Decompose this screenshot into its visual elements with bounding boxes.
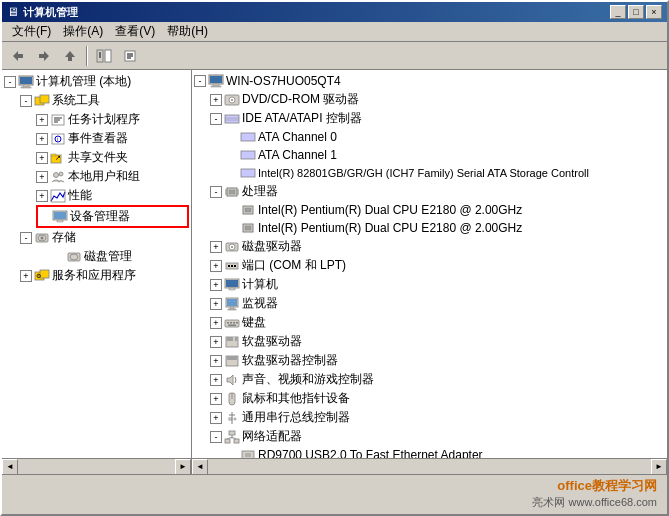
device-mgr-label: 设备管理器 [70,208,130,225]
menu-action[interactable]: 操作(A) [57,21,109,42]
right-item-port[interactable]: + 端口 (COM 和 LPT) [210,256,665,275]
diskdrv-expand[interactable]: + [210,241,222,253]
left-item-device-manager[interactable]: 设备管理器 [36,205,189,228]
svg-rect-4 [105,50,111,62]
right-item-processor[interactable]: - [210,182,665,201]
left-scroll-right[interactable]: ► [175,459,191,475]
show-hide-button[interactable] [92,45,116,67]
left-root-item[interactable]: - 计算机管理 (本地) [4,72,189,91]
floppy-label: 软盘驱动器 [242,333,302,350]
monitor-expand[interactable]: + [210,298,222,310]
cpu1-placeholder [226,222,238,234]
floppy-ctrl-expand[interactable]: + [210,355,222,367]
menu-file[interactable]: 文件(F) [6,21,57,42]
right-item-diskdrv[interactable]: + 磁盘驱动器 [210,237,665,256]
ide-expand[interactable]: - [210,113,222,125]
right-panel[interactable]: - WIN-OS7HUO05QT4 + [192,70,667,458]
dvd-expand[interactable]: + [210,94,222,106]
properties-button[interactable] [118,45,142,67]
right-root-item[interactable]: - WIN-OS7HUO05QT4 [194,72,665,90]
left-item-services[interactable]: + ⚙ 服务和应用程序 [20,266,189,285]
mouse-expand[interactable]: + [210,393,222,405]
left-item-event-viewer[interactable]: + i 事件查看器 [36,129,189,148]
event-expand[interactable]: + [36,133,48,145]
right-item-monitor[interactable]: + 监视器 [210,294,665,313]
left-scroll-track[interactable] [18,459,175,475]
title-bar-text: 计算机管理 [23,5,78,20]
share-expand[interactable]: + [36,152,48,164]
right-scroll-left[interactable]: ◄ [192,459,208,475]
back-button[interactable] [6,45,30,67]
right-item-cpu0[interactable]: Intel(R) Pentium(R) Dual CPU E2180 @ 2.0… [226,201,665,219]
ata1-icon [240,147,256,163]
minimize-button[interactable]: _ [610,5,626,19]
maximize-button[interactable]: □ [628,5,644,19]
left-scroll-left[interactable]: ◄ [2,459,18,475]
system-tools-expand[interactable]: - [20,95,32,107]
left-panel[interactable]: - 计算机管理 (本地) - [2,70,192,458]
left-scroll-bar: ◄ ► [2,459,192,475]
services-icon: ⚙ [34,268,50,284]
left-item-users[interactable]: + 本地用户和组 [36,167,189,186]
network-label: 网络适配器 [242,428,302,445]
svg-rect-73 [234,265,236,267]
close-button[interactable]: × [646,5,662,19]
left-item-storage[interactable]: - 存储 [20,228,189,247]
left-item-shared-folders[interactable]: + ↗ 共享文件夹 [36,148,189,167]
up-button[interactable] [58,45,82,67]
services-expand[interactable]: + [20,270,32,282]
title-bar-buttons: _ □ × [610,5,662,19]
right-root-icon [208,73,224,89]
disk-placeholder [52,251,64,263]
bottom-bar: office教程学习网 亮术网 www.office68.com [2,474,667,514]
perf-expand[interactable]: + [36,190,48,202]
forward-button[interactable] [32,45,56,67]
right-item-floppy[interactable]: + 软盘驱动器 [210,332,665,351]
storage-expand[interactable]: - [20,232,32,244]
storage-children: 磁盘管理 [20,247,189,266]
svg-rect-17 [40,95,49,103]
computer-expand[interactable]: + [210,279,222,291]
device-mgr-icon [52,209,68,225]
sound-expand[interactable]: + [210,374,222,386]
right-item-network[interactable]: - 网络适配器 [210,427,665,446]
storage-icon [34,230,50,246]
task-expand[interactable]: + [36,114,48,126]
port-expand[interactable]: + [210,260,222,272]
right-scroll-right[interactable]: ► [651,459,667,475]
right-item-sound[interactable]: + 声音、视频和游戏控制器 [210,370,665,389]
svg-rect-49 [225,115,239,123]
left-item-task-scheduler[interactable]: + 任务计划程序 [36,110,189,129]
device-mgr-placeholder [38,211,50,223]
horizontal-scrollbar[interactable]: ◄ ► ◄ ► [2,458,667,474]
right-item-computer[interactable]: + 计算机 [210,275,665,294]
left-item-performance[interactable]: + 性能 [36,186,189,205]
right-item-ide[interactable]: - IDE ATA/ATAPI 控制器 [210,109,665,128]
right-item-sata[interactable]: Intel(R) 82801GB/GR/GH (ICH7 Family) Ser… [226,164,665,182]
right-item-keyboard[interactable]: + 键盘 [210,313,665,332]
keyboard-expand[interactable]: + [210,317,222,329]
usb-expand[interactable]: + [210,412,222,424]
network-expand[interactable]: - [210,431,222,443]
left-item-disk-mgmt[interactable]: 磁盘管理 [52,247,189,266]
left-root-expand[interactable]: - [4,76,16,88]
right-item-floppy-ctrl[interactable]: + 软盘驱动器控制器 [210,351,665,370]
svg-rect-88 [227,337,237,341]
right-item-cpu1[interactable]: Intel(R) Pentium(R) Dual CPU E2180 @ 2.0… [226,219,665,237]
right-item-ata1[interactable]: ATA Channel 1 [226,146,665,164]
diskdrv-icon [224,239,240,255]
right-item-mouse[interactable]: + 鼠标和其他指针设备 [210,389,665,408]
right-root-expand[interactable]: - [194,75,206,87]
left-item-system-tools[interactable]: - 系统工具 [20,91,189,110]
processor-expand[interactable]: - [210,186,222,198]
svg-point-97 [234,418,236,420]
right-item-rd9700[interactable]: RD9700 USB2.0 To Fast Ethernet Adapter [226,446,665,458]
right-item-usb[interactable]: + 通用串行总线控制器 [210,408,665,427]
right-item-dvd[interactable]: + DVD/CD-ROM 驱动器 [210,90,665,109]
right-scroll-track[interactable] [208,459,651,475]
right-item-ata0[interactable]: ATA Channel 0 [226,128,665,146]
users-expand[interactable]: + [36,171,48,183]
floppy-expand[interactable]: + [210,336,222,348]
menu-view[interactable]: 查看(V) [109,21,161,42]
menu-help[interactable]: 帮助(H) [161,21,214,42]
